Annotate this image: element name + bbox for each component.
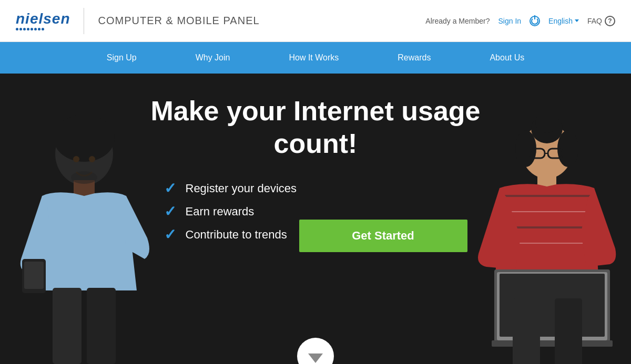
main-nav: Sign Up Why Join How It Works Rewards Ab… xyxy=(0,42,631,74)
svg-rect-4 xyxy=(24,262,44,289)
site-header: nielsen COMPUTER & MOBILE PANEL Already … xyxy=(0,0,631,42)
nav-how-it-works[interactable]: How It Works xyxy=(280,49,347,67)
hero-title: Make your Internet usage count! xyxy=(131,95,500,160)
checklist-text-2: Earn rewards xyxy=(186,205,255,219)
svg-point-9 xyxy=(71,171,97,184)
sign-in-link[interactable]: Sign In xyxy=(498,17,521,25)
chevron-down-icon xyxy=(575,19,579,22)
svg-point-8 xyxy=(89,156,95,162)
get-started-button[interactable]: Get Started xyxy=(299,220,467,252)
nav-why-join[interactable]: Why Join xyxy=(187,49,239,67)
svg-rect-25 xyxy=(513,298,540,364)
nielsen-wordmark: nielsen xyxy=(16,12,70,26)
checklist-item-1: ✓ Register your devices xyxy=(164,181,297,196)
question-mark-icon: ? xyxy=(605,16,615,26)
language-selector[interactable]: English xyxy=(548,17,579,25)
nielsen-logo: nielsen xyxy=(16,12,70,30)
svg-rect-24 xyxy=(492,340,613,347)
svg-rect-26 xyxy=(555,298,582,364)
power-icon[interactable] xyxy=(530,16,540,26)
svg-rect-6 xyxy=(87,288,116,364)
svg-rect-5 xyxy=(53,288,82,364)
hero-section: Make your Internet usage count! ✓ Regist… xyxy=(0,74,631,364)
svg-point-12 xyxy=(535,112,558,133)
nav-rewards[interactable]: Rewards xyxy=(389,49,439,67)
checklist: ✓ Register your devices ✓ Earn rewards ✓… xyxy=(164,181,297,251)
checklist-item-3: ✓ Contribute to trends xyxy=(164,227,297,242)
nav-sign-up[interactable]: Sign Up xyxy=(98,49,145,67)
header-divider xyxy=(84,8,84,34)
scroll-down-indicator[interactable] xyxy=(297,338,334,364)
hero-content: Make your Internet usage count! ✓ Regist… xyxy=(131,95,500,272)
language-label: English xyxy=(548,17,573,25)
check-mark-3: ✓ xyxy=(164,227,176,242)
header-right: Already a Member? Sign In English FAQ ? xyxy=(425,16,615,26)
faq-label: FAQ xyxy=(587,17,602,25)
checklist-text-3: Contribute to trends xyxy=(186,228,287,242)
faq-link[interactable]: FAQ ? xyxy=(587,16,615,26)
checklist-item-2: ✓ Earn rewards xyxy=(164,204,297,219)
svg-point-7 xyxy=(73,156,79,162)
checklist-text-1: Register your devices xyxy=(186,182,297,195)
nav-about-us[interactable]: About Us xyxy=(481,49,533,67)
check-mark-2: ✓ xyxy=(164,204,176,219)
nielsen-dots xyxy=(16,28,44,30)
arrow-down-icon xyxy=(308,353,323,363)
check-mark-1: ✓ xyxy=(164,181,176,196)
svg-point-1 xyxy=(54,115,115,162)
header-title: COMPUTER & MOBILE PANEL xyxy=(98,15,259,27)
already-member-text: Already a Member? xyxy=(425,17,490,25)
header-left: nielsen COMPUTER & MOBILE PANEL xyxy=(16,8,260,34)
